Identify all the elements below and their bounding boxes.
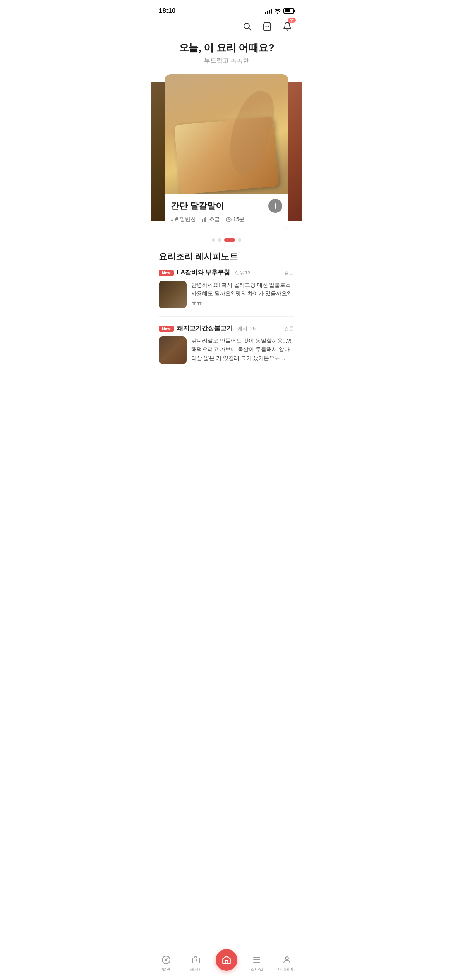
recipe-content: 안녕하세요! 혹시 올리고당 대신 알룰로스 사용해도 될까요? 맛의 차이가 … bbox=[159, 281, 294, 308]
recipe-text: 앞다리살로 만들어도 맛이 동일할까용...?! 해먹으려고 가보니 목살이 두… bbox=[191, 336, 294, 364]
recipe-item-header: New LA갈비와 부추무침 신유12 질문 bbox=[159, 269, 294, 277]
new-badge: New bbox=[159, 326, 174, 332]
new-badge: New bbox=[159, 270, 174, 276]
battery-icon bbox=[283, 8, 294, 14]
dot-4[interactable] bbox=[238, 238, 241, 242]
recipe-content: 앞다리살로 만들어도 맛이 동일할까용...?! 해먹으려고 가보니 목살이 두… bbox=[159, 336, 294, 364]
dot-2[interactable] bbox=[218, 238, 221, 242]
card-title: 간단 달갈말이 bbox=[171, 200, 224, 212]
level-icon bbox=[202, 217, 208, 222]
dot-3[interactable] bbox=[224, 238, 235, 242]
svg-rect-5 bbox=[202, 219, 203, 222]
recipe-author: 신유12 bbox=[235, 269, 250, 276]
notification-badge: 44 bbox=[288, 18, 296, 23]
recipe-author: 예지126 bbox=[237, 325, 256, 332]
sub-title: 부드럽고 촉촉한 bbox=[151, 57, 302, 65]
signal-icon bbox=[265, 8, 272, 14]
carousel[interactable]: 간단 달갈말이 # # 밑반찬 bbox=[151, 70, 302, 233]
card-tags: # # 밑반찬 초급 bbox=[171, 216, 282, 223]
notification-button[interactable]: 44 bbox=[280, 19, 294, 33]
carousel-track: 간단 달갈말이 # # 밑반찬 bbox=[151, 70, 302, 233]
recipe-tag: 질문 bbox=[284, 325, 294, 332]
list-item[interactable]: New LA갈비와 부추무침 신유12 질문 안녕하세요! 혹시 올리고당 대신… bbox=[159, 269, 294, 317]
clock-icon bbox=[226, 217, 232, 222]
add-recipe-button[interactable] bbox=[268, 199, 282, 213]
recipe-thumbnail bbox=[159, 336, 187, 364]
recipe-title-row: New LA갈비와 부추무침 신유12 bbox=[159, 269, 251, 277]
svg-line-1 bbox=[249, 28, 251, 31]
wifi-icon bbox=[274, 8, 281, 14]
recipe-title-row: New 돼지고기간장불고기 예지126 bbox=[159, 324, 256, 332]
hash-icon: # bbox=[171, 217, 173, 223]
main-title: 오늘, 이 요리 어때요? bbox=[151, 41, 302, 55]
header-nav: 44 bbox=[151, 19, 302, 37]
cart-button[interactable] bbox=[260, 19, 274, 33]
carousel-slide-center[interactable]: 간단 달갈말이 # # 밑반찬 bbox=[165, 74, 288, 229]
recipe-tag: 질문 bbox=[284, 269, 294, 276]
recipe-list: New LA갈비와 부추무침 신유12 질문 안녕하세요! 혹시 올리고당 대신… bbox=[151, 269, 302, 372]
recipe-name: 돼지고기간장불고기 bbox=[177, 324, 233, 332]
card-category-tag: # # 밑반찬 bbox=[171, 216, 196, 223]
recipe-name: LA갈비와 부추무침 bbox=[177, 269, 230, 277]
recipe-thumbnail bbox=[159, 281, 187, 308]
card-level-tag: 초급 bbox=[202, 216, 220, 223]
svg-line-10 bbox=[229, 219, 230, 220]
search-button[interactable] bbox=[240, 19, 254, 33]
recipe-card: 간단 달갈말이 # # 밑반찬 bbox=[165, 194, 288, 229]
status-icons bbox=[265, 8, 294, 14]
recipe-text: 안녕하세요! 혹시 올리고당 대신 알룰로스 사용해도 될까요? 맛의 차이가 … bbox=[191, 281, 294, 308]
carousel-dots bbox=[151, 238, 302, 242]
section-title: 요리조리 레시피노트 bbox=[151, 251, 302, 262]
list-item[interactable]: New 돼지고기간장불고기 예지126 질문 앞다리살로 만들어도 맛이 동일할… bbox=[159, 324, 294, 372]
svg-rect-7 bbox=[205, 217, 206, 222]
card-time-tag: 15분 bbox=[226, 216, 245, 223]
recipe-item-header: New 돼지고기간장불고기 예지126 질문 bbox=[159, 324, 294, 332]
status-time: 18:10 bbox=[159, 7, 175, 15]
status-bar: 18:10 bbox=[151, 0, 302, 19]
dot-1[interactable] bbox=[212, 238, 215, 242]
card-header: 간단 달갈말이 bbox=[171, 199, 282, 213]
svg-rect-6 bbox=[204, 218, 205, 222]
